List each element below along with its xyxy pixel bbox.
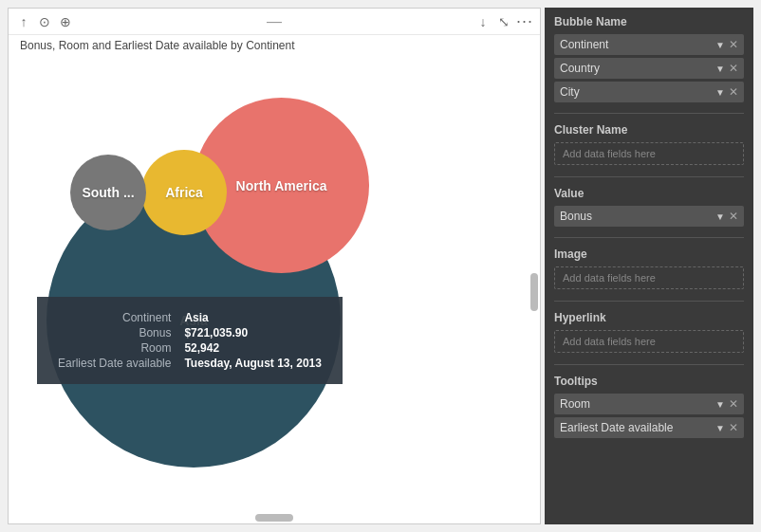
section-tooltips: Tooltips Room ▼ ✕ Earliest Date availabl… <box>545 367 753 447</box>
field-country-dropdown-icon[interactable]: ▼ <box>715 64 725 74</box>
chart-title: Bonus, Room and Earliest Date available … <box>9 35 540 60</box>
divider-5 <box>554 364 744 365</box>
continent-value: Asia <box>180 310 325 325</box>
bubble-south-label: South ... <box>82 185 134 200</box>
section-cluster-name-title: Cluster Name <box>554 123 744 137</box>
field-room-name: Room <box>560 397 712 411</box>
divider-2 <box>554 176 744 177</box>
section-hyperlink-title: Hyperlink <box>554 311 744 324</box>
field-country-name: Country <box>560 62 712 75</box>
pin-icon[interactable]: ⊙ <box>37 14 52 29</box>
field-bonus-name: Bonus <box>560 210 712 223</box>
lock-icon[interactable]: ⊕ <box>58 14 73 29</box>
field-continent-dropdown-icon[interactable]: ▼ <box>715 40 725 50</box>
toolbar-left: ↑ ⊙ ⊕ <box>16 14 73 29</box>
download-icon[interactable]: ↓ <box>475 14 491 29</box>
field-country[interactable]: Country ▼ ✕ <box>554 58 744 79</box>
field-continent[interactable]: Continent ▼ ✕ <box>554 34 744 55</box>
hyperlink-placeholder[interactable]: Add data fields here <box>554 330 744 353</box>
right-panel: Bubble Name Continent ▼ ✕ Country ▼ ✕ Ci… <box>545 8 753 524</box>
field-city-name: City <box>560 85 712 99</box>
tooltip-room-row: Room 52,942 <box>54 340 325 356</box>
field-room-dropdown-icon[interactable]: ▼ <box>715 399 725 410</box>
room-value: 52,942 <box>180 340 325 356</box>
bubble-africa[interactable]: Africa <box>141 150 227 235</box>
field-earliest-date-close-icon[interactable]: ✕ <box>729 421 738 434</box>
section-bubble-name: Bubble Name Continent ▼ ✕ Country ▼ ✕ Ci… <box>545 8 753 111</box>
field-city[interactable]: City ▼ ✕ <box>554 82 744 102</box>
bubble-africa-label: Africa <box>165 185 203 200</box>
bubble-south[interactable]: South ... <box>70 155 146 230</box>
section-value-title: Value <box>554 187 744 200</box>
field-bonus[interactable]: Bonus ▼ ✕ <box>554 206 744 227</box>
field-earliest-date-dropdown-icon[interactable]: ▼ <box>715 423 725 433</box>
expand-icon[interactable]: ⤡ <box>496 14 511 29</box>
section-image: Image Add data fields here <box>545 240 753 299</box>
field-continent-close-icon[interactable]: ✕ <box>729 38 738 51</box>
field-city-dropdown-icon[interactable]: ▼ <box>715 87 725 98</box>
tooltip-continent-row: Continent Asia <box>54 310 325 325</box>
chart-panel: ↑ ⊙ ⊕ — ↓ ⤡ ··· Bonus, Room and Earliest… <box>8 8 541 524</box>
divider-3 <box>554 237 744 238</box>
section-hyperlink: Hyperlink Add data fields here <box>545 303 753 362</box>
section-value: Value Bonus ▼ ✕ <box>545 179 753 235</box>
date-label: Earliest Date available <box>54 356 180 371</box>
section-bubble-name-title: Bubble Name <box>554 15 744 28</box>
field-earliest-date[interactable]: Earliest Date available ▼ ✕ <box>554 417 744 438</box>
continent-label: Continent <box>54 310 180 325</box>
field-room-close-icon[interactable]: ✕ <box>729 397 738 411</box>
section-tooltips-title: Tooltips <box>554 375 744 388</box>
tooltip-date-row: Earliest Date available Tuesday, August … <box>54 356 325 371</box>
more-icon[interactable]: ··· <box>517 14 532 29</box>
up-icon[interactable]: ↑ <box>16 14 31 29</box>
image-placeholder[interactable]: Add data fields here <box>554 266 744 289</box>
field-country-close-icon[interactable]: ✕ <box>729 62 738 75</box>
field-continent-name: Continent <box>560 38 712 51</box>
bonus-label: Bonus <box>54 325 180 340</box>
cluster-name-placeholder[interactable]: Add data fields here <box>554 142 744 165</box>
separator: — <box>267 13 282 30</box>
field-earliest-date-name: Earliest Date available <box>560 421 712 434</box>
bonus-value: $721,035.90 <box>180 325 325 340</box>
date-value: Tuesday, August 13, 2013 <box>180 356 325 371</box>
field-city-close-icon[interactable]: ✕ <box>729 85 738 99</box>
scroll-indicator-right[interactable] <box>530 273 538 311</box>
field-bonus-close-icon[interactable]: ✕ <box>729 210 738 223</box>
field-room[interactable]: Room ▼ ✕ <box>554 394 744 414</box>
tooltip-table: Continent Asia Bonus $721,035.90 Room 52… <box>54 310 325 371</box>
chart-toolbar: ↑ ⊙ ⊕ — ↓ ⤡ ··· <box>9 9 540 35</box>
section-image-title: Image <box>554 248 744 261</box>
divider-1 <box>554 113 744 114</box>
tooltip-bonus-row: Bonus $721,035.90 <box>54 325 325 340</box>
section-cluster-name: Cluster Name Add data fields here <box>545 116 753 174</box>
divider-4 <box>554 301 744 302</box>
tooltip-box: Continent Asia Bonus $721,035.90 Room 52… <box>37 297 343 384</box>
bubble-north-america-label: North America <box>236 178 327 193</box>
field-bonus-dropdown-icon[interactable]: ▼ <box>715 211 725 222</box>
chart-area: Asia North America Africa South ... Cont… <box>9 60 540 523</box>
toolbar-right: ↓ ⤡ ··· <box>475 14 532 29</box>
room-label: Room <box>54 340 180 356</box>
scroll-indicator-bottom[interactable] <box>255 514 293 522</box>
